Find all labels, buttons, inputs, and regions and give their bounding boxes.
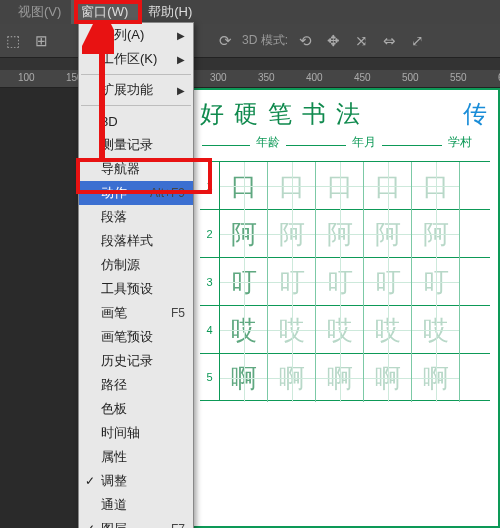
menu-item[interactable]: 段落样式	[79, 229, 193, 253]
pan-icon[interactable]: ✥	[322, 30, 344, 52]
menu-shortcut: F5	[171, 306, 185, 320]
slide-icon[interactable]: ⇔	[378, 30, 400, 52]
menu-item-label: 路径	[101, 376, 127, 394]
practice-cell: 哎	[412, 306, 460, 354]
menu-item[interactable]: 工具预设	[79, 277, 193, 301]
menu-item[interactable]: ✓图层F7	[79, 517, 193, 528]
menu-item-label: 时间轴	[101, 424, 140, 442]
practice-row: 1口口口口口	[200, 161, 490, 209]
practice-cell: 叮	[220, 258, 268, 306]
menu-view[interactable]: 视图(V)	[8, 0, 71, 24]
menu-item-label: 3D	[101, 114, 118, 129]
practice-cell: 啊	[268, 354, 316, 402]
menu-shortcut: F7	[171, 522, 185, 528]
menu-item-label: 调整	[101, 472, 127, 490]
menu-item-label: 图层	[101, 520, 127, 528]
practice-cell: 啊	[364, 354, 412, 402]
practice-row: 5啊啊啊啊啊	[200, 353, 490, 401]
row-index: 5	[200, 354, 220, 400]
practice-cell: 哎	[220, 306, 268, 354]
ruler-tick: 400	[306, 72, 323, 83]
scale-icon[interactable]: ⤢	[406, 30, 428, 52]
refresh-icon[interactable]: ⟳	[214, 30, 236, 52]
menu-item[interactable]: 段落	[79, 205, 193, 229]
menu-item[interactable]: 历史记录	[79, 349, 193, 373]
menu-item[interactable]: 3D	[79, 109, 193, 133]
menu-item[interactable]: 排列(A)▶	[79, 23, 193, 47]
practice-cell: 哎	[364, 306, 412, 354]
submenu-arrow-icon: ▶	[177, 30, 185, 41]
menu-item-label: 段落	[101, 208, 127, 226]
menu-item[interactable]: ✓调整	[79, 469, 193, 493]
menubar: 视图(V) 窗口(W) 帮助(H)	[0, 0, 500, 24]
practice-cell: 阿	[412, 210, 460, 258]
menu-item-label: 排列(A)	[101, 26, 144, 44]
menu-item[interactable]: 工作区(K)▶	[79, 47, 193, 71]
ruler-tick: 350	[258, 72, 275, 83]
menu-separator	[81, 74, 191, 75]
orbit-icon[interactable]: ⟲	[294, 30, 316, 52]
practice-cell: 叮	[268, 258, 316, 306]
menu-item[interactable]: 动作Alt+F9	[79, 181, 193, 205]
menu-item-label: 扩展功能	[101, 81, 153, 99]
practice-cell: 啊	[316, 354, 364, 402]
menu-item[interactable]: 属性	[79, 445, 193, 469]
practice-grid: 1口口口口口2阿阿阿阿阿3叮叮叮叮叮4哎哎哎哎哎5啊啊啊啊啊	[200, 161, 490, 401]
menu-item-label: 测量记录	[101, 136, 153, 154]
menu-help[interactable]: 帮助(H)	[138, 0, 202, 24]
menu-item[interactable]: 时间轴	[79, 421, 193, 445]
ruler-horizontal: 50100150200250300350400450500550600650	[0, 70, 500, 88]
practice-cell: 叮	[316, 258, 364, 306]
doc-title: 好硬笔书法 传	[200, 98, 490, 130]
practice-cell: 叮	[364, 258, 412, 306]
row-index: 2	[200, 210, 220, 257]
practice-cell: 口	[220, 162, 268, 210]
options-toolbar: ⬚ ⊞ ⟳ 3D 模式: ⟲ ✥ ⤨ ⇔ ⤢	[0, 24, 500, 58]
menu-item-label: 画笔预设	[101, 328, 153, 346]
ruler-tick: 550	[450, 72, 467, 83]
menu-item-label: 色板	[101, 400, 127, 418]
mode-3d-label: 3D 模式:	[242, 32, 288, 49]
menu-item[interactable]: 仿制源	[79, 253, 193, 277]
row-index: 1	[200, 162, 220, 209]
menu-item-label: 属性	[101, 448, 127, 466]
menu-item[interactable]: 画笔F5	[79, 301, 193, 325]
practice-row: 3叮叮叮叮叮	[200, 257, 490, 305]
menu-item[interactable]: 扩展功能▶	[79, 78, 193, 102]
practice-cell: 口	[268, 162, 316, 210]
practice-cell: 阿	[220, 210, 268, 258]
menu-shortcut: Alt+F9	[150, 186, 185, 200]
row-index: 3	[200, 258, 220, 305]
submenu-arrow-icon: ▶	[177, 54, 185, 65]
practice-cell: 口	[412, 162, 460, 210]
practice-cell: 哎	[268, 306, 316, 354]
menu-item-label: 通道	[101, 496, 127, 514]
document-canvas: 好硬笔书法 传 年龄 年月 学村 1口口口口口2阿阿阿阿阿3叮叮叮叮叮4哎哎哎哎…	[190, 88, 500, 528]
menu-item-label: 画笔	[101, 304, 127, 322]
practice-cell: 口	[316, 162, 364, 210]
menu-item-label: 工具预设	[101, 280, 153, 298]
tool-icon-b[interactable]: ⊞	[30, 30, 52, 52]
practice-cell: 哎	[316, 306, 364, 354]
menu-item-label: 历史记录	[101, 352, 153, 370]
tool-icon-a[interactable]: ⬚	[2, 30, 24, 52]
menu-item[interactable]: 导航器	[79, 157, 193, 181]
practice-cell: 口	[364, 162, 412, 210]
practice-cell: 阿	[364, 210, 412, 258]
window-menu-dropdown: 排列(A)▶工作区(K)▶扩展功能▶3D测量记录导航器动作Alt+F9段落段落样…	[78, 22, 194, 528]
menu-item[interactable]: 测量记录	[79, 133, 193, 157]
menu-item[interactable]: 路径	[79, 373, 193, 397]
menu-item[interactable]: 通道	[79, 493, 193, 517]
menu-item-label: 仿制源	[101, 256, 140, 274]
menu-item[interactable]: 画笔预设	[79, 325, 193, 349]
menu-item[interactable]: 色板	[79, 397, 193, 421]
menu-item-label: 导航器	[101, 160, 140, 178]
menu-item-label: 动作	[101, 184, 127, 202]
practice-cell: 啊	[412, 354, 460, 402]
practice-cell: 阿	[268, 210, 316, 258]
walk-icon[interactable]: ⤨	[350, 30, 372, 52]
ruler-tick: 300	[210, 72, 227, 83]
menu-separator	[81, 105, 191, 106]
doc-subline: 年龄 年月 学村	[200, 134, 490, 151]
menu-window[interactable]: 窗口(W)	[71, 0, 138, 24]
